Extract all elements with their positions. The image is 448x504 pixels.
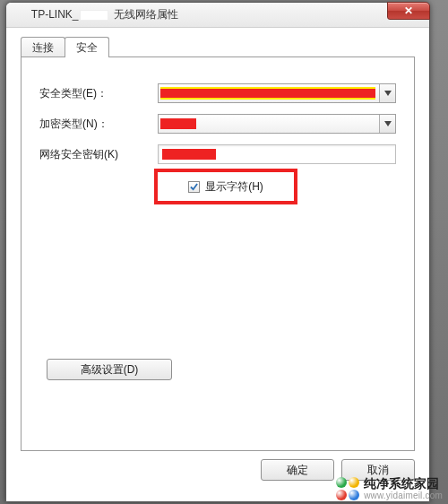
advanced-settings-button[interactable]: 高级设置(D) (47, 359, 172, 380)
dialog-window: TP-LINK_ 无线网络属性 ✕ 连接 安全 安全类型(E)： (5, 2, 430, 502)
row-encryption-type: 加密类型(N)： (39, 111, 396, 136)
combo-encryption-type[interactable] (158, 114, 396, 134)
network-key-value-redacted (162, 149, 216, 160)
window-title-suffix: 无线网络属性 (110, 8, 177, 21)
label-encryption-type: 加密类型(N)： (39, 117, 158, 132)
label-network-key: 网络安全密钥(K) (39, 147, 158, 162)
tab-strip: 连接 安全 (21, 37, 108, 57)
window-title-prefix: TP-LINK_ (31, 8, 79, 21)
input-network-key[interactable] (158, 144, 396, 164)
cancel-button-label: 取消 (367, 463, 389, 478)
row-security-type: 安全类型(E)： (39, 81, 396, 106)
close-icon: ✕ (404, 4, 413, 17)
tab-connect[interactable]: 连接 (21, 37, 65, 56)
advanced-settings-label: 高级设置(D) (81, 362, 139, 378)
cancel-button[interactable]: 取消 (341, 459, 415, 481)
panel-security: 安全类型(E)： 加密类型(N)： (21, 56, 415, 451)
combo-security-type[interactable] (158, 83, 396, 103)
label-security-type: 安全类型(E)： (39, 86, 158, 101)
label-show-characters: 显示字符(H) (205, 179, 263, 195)
ssid-redacted (80, 10, 108, 21)
window-title: TP-LINK_ 无线网络属性 (13, 0, 178, 35)
close-button[interactable]: ✕ (387, 2, 430, 20)
chevron-down-icon[interactable] (379, 115, 395, 133)
ok-button-label: 确定 (287, 463, 308, 478)
ok-button[interactable]: 确定 (261, 459, 334, 481)
row-network-key: 网络安全密钥(K) (39, 142, 396, 167)
tab-connect-label: 连接 (32, 41, 54, 54)
tab-security-label: 安全 (76, 41, 98, 54)
security-form: 安全类型(E)： 加密类型(N)： (39, 81, 396, 172)
client-area: 连接 安全 安全类型(E)： 加密类型(N)： (13, 31, 422, 494)
security-type-value-redacted (160, 87, 375, 100)
titlebar[interactable]: TP-LINK_ 无线网络属性 ✕ (6, 3, 429, 28)
highlight-show-characters: 显示字符(H) (154, 169, 297, 204)
tab-security[interactable]: 安全 (65, 37, 109, 57)
dialog-footer: 确定 取消 (21, 453, 415, 487)
checkbox-show-characters[interactable] (188, 181, 200, 193)
chevron-down-icon[interactable] (379, 84, 395, 102)
encryption-type-value-redacted (160, 118, 196, 129)
check-icon (190, 183, 198, 191)
